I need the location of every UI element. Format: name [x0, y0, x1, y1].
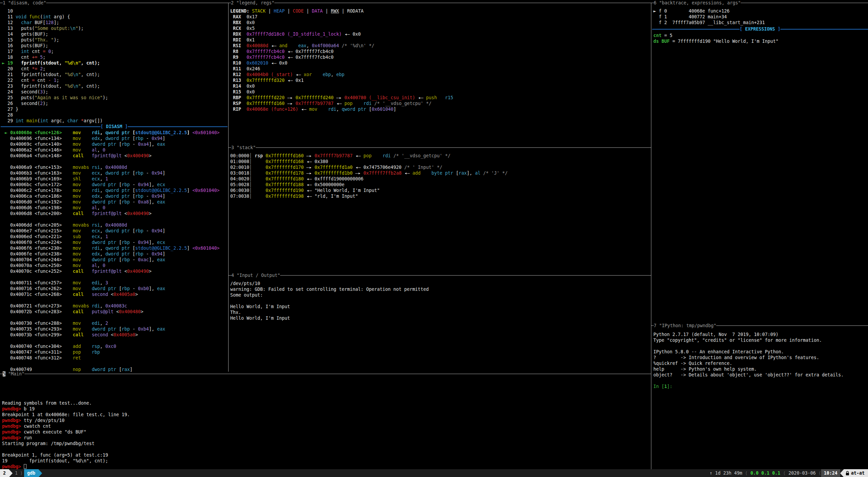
pane-program-io[interactable]: /dev/pts/10warning: GDB: Failed to set c… — [230, 281, 650, 321]
term-line — [2, 446, 649, 452]
term-line: 0x4006b3 <func+163> mov ecx, dword ptr [… — [2, 170, 226, 176]
pane-expressions[interactable]: cnt = 5ds BUF = 7fffffffd190 "Hello Worl… — [653, 33, 867, 44]
term-line: RDI 0x1 — [230, 37, 650, 43]
pane-gdb-main[interactable]: Reading symbols from test...done.pwndbg>… — [2, 400, 649, 470]
term-line: pwndbg> tty /dev/pts/10 — [2, 418, 649, 423]
term-line: 28 — [2, 112, 226, 118]
term-line: f 1 400772 main+34 — [653, 14, 867, 20]
term-line: cnt = 5 — [653, 33, 867, 38]
pane-registers[interactable]: LEGEND: STACK | HEAP | CODE | DATA | RWX… — [230, 8, 650, 112]
term-line: 16 puts(BUF); — [2, 43, 226, 49]
term-line — [653, 378, 867, 384]
term-line: 0x40070a <func+250> mov al, 0 — [2, 263, 226, 268]
term-line: 0x40069c <func+140> mov dword ptr [rbp -… — [2, 141, 226, 147]
term-line: 0x400749 nop dword ptr [rax] — [2, 367, 226, 372]
term-line — [2, 159, 226, 164]
pane-backtrace[interactable]: ► f 0 40068e func+126 f 1 400772 main+34… — [653, 8, 867, 25]
tmux-terminal: { "colors": { "stack_yellow": "#cdcd00",… — [0, 0, 868, 477]
term-line: 05:0028│ 0x7fffffffd188 ◂— 0x50000000e — [230, 182, 650, 188]
term-line: Hello World, I'm Input — [230, 315, 650, 321]
term-line: 0x40072b <func+283> call puts@plt <0x400… — [2, 309, 226, 315]
term-line: 0x400748 <func+312> ret — [2, 355, 226, 361]
session-tab[interactable]: 2 — [0, 469, 9, 477]
term-line: R10 0x602010 ◂— 0x0 — [230, 60, 650, 66]
term-line — [653, 343, 867, 349]
date-label: 2020-03-06 — [786, 469, 818, 477]
term-line: pwndbg> b 19 — [2, 406, 649, 412]
uptime-label: 1d 23h 49m — [715, 471, 742, 476]
pane-name: "Input / Output" — [237, 273, 280, 278]
term-line: ► f 0 40068e func+126 — [653, 8, 867, 14]
term-line: 0x4006d0 <func+192> mov dword ptr [rbp -… — [2, 199, 226, 205]
term-line: 0x400735 <func+293> mov dword ptr [rbp -… — [2, 326, 226, 332]
pane-border-vertical[interactable] — [651, 3, 651, 469]
term-line: Breakpoint 1, func (arg=5) at test.c:19 — [2, 452, 649, 458]
pane-number: 4 — [231, 273, 234, 278]
term-line: pwndbg> cwatch cnt — [2, 423, 649, 429]
term-line: /dev/pts/10 — [230, 281, 650, 286]
term-line: In [1]: — [653, 384, 867, 389]
pane-disassembly[interactable]: ► 0x40068e <func+126> mov rdi, qword ptr… — [2, 130, 226, 372]
term-line: 20 cnt *= 2; — [2, 66, 226, 72]
term-line: 0x4006f0 <func+224> mov dword ptr [rbp -… — [2, 240, 226, 245]
term-line: 21 fprintf(stdout, "%d\n", cnt); — [2, 72, 226, 77]
term-line: 0x40073b <func+299> call second <0x4005a… — [2, 332, 226, 338]
pane-source-code[interactable]: 10 11 void func(int arg) { 12 char BUF[1… — [2, 8, 226, 124]
term-line: 22 cnt = cnt - 1; — [2, 77, 226, 83]
powerline-arrow-icon — [9, 469, 13, 477]
term-line: 0x400730 <func+288> mov edi, 2 — [2, 320, 226, 326]
term-line: 18 cnt += 5; — [2, 54, 226, 60]
term-line: 0x4006b9 <func+169> shl ecx, 1 — [2, 176, 226, 182]
term-line: 14 gets(BUF); — [2, 31, 226, 37]
term-line: 0x4006a2 <func+146> mov al, 0 — [2, 147, 226, 153]
pane-ipython[interactable]: Python 2.7.17 (default, Nov 7 2019, 10:0… — [653, 332, 867, 389]
lock-icon — [846, 471, 849, 476]
term-line: 11 void func(int arg) { — [2, 14, 226, 20]
pane-name: "stack" — [237, 145, 256, 150]
term-line: warning: GDB: Failed to set controlling … — [230, 286, 650, 292]
term-line: ► 19 fprintf(stdout, "%d\n", cnt); — [2, 60, 226, 66]
window-tab-gdb[interactable]: gdb — [24, 469, 38, 477]
term-line: 27 } — [2, 106, 226, 112]
window-index[interactable]: 1 — [13, 469, 20, 477]
pane-name: "backtrace, expressions, args" — [659, 0, 741, 5]
term-line: 0x400721 <func+273> movabs rdi, 0x40083c — [2, 303, 226, 309]
term-line: RBX 0x0 — [230, 20, 650, 25]
term-line: 0x4006e7 <func+215> mov ecx, dword ptr [… — [2, 228, 226, 234]
term-line: 04:0020│ 0x7fffffffd180 ◂— 0xffffd190000… — [230, 176, 650, 182]
term-line: Some output: — [230, 292, 650, 298]
powerline-arrow-icon — [38, 469, 42, 477]
pane-number: 2 — [231, 0, 234, 5]
term-line: Hello World, I'm Input — [230, 304, 650, 310]
pane-number: 6 — [654, 0, 656, 5]
uptime-arrow-icon: ↑ — [710, 471, 712, 476]
term-line: 02:0010│ 0x7fffffffd170 —▸ 0x7fffffffd1a… — [230, 164, 650, 170]
term-line: R12 0x4004b0 (_start) ◂— xor ebp, ebp — [230, 72, 650, 77]
term-line — [2, 315, 226, 320]
term-line: ? -> Introduction and overview of IPytho… — [653, 355, 867, 360]
pane-border-vertical[interactable] — [228, 3, 229, 372]
term-line — [2, 297, 226, 303]
term-line: 0x4006fe <func+238> mov edx, dword ptr [… — [2, 251, 226, 257]
term-line: Type "copyright", "credits" or "license"… — [653, 337, 867, 343]
term-line: 10 — [2, 8, 226, 14]
term-line: 0x40071c <func+268> call second <0x4005a… — [2, 292, 226, 297]
term-line: 0x4006ca <func+186> mov edx, dword ptr [… — [2, 193, 226, 199]
term-line — [2, 338, 226, 343]
term-line: f 2 7ffff7a05b97 __libc_start_main+231 — [653, 20, 867, 25]
terminal-cursor[interactable] — [24, 464, 26, 469]
term-line: 0x400716 <func+262> mov dword ptr [rbp -… — [2, 286, 226, 292]
pane-stack[interactable]: 00:0000│ rsp 0x7fffffffd160 —▸ 0x7ffff7b… — [230, 153, 650, 199]
pane-name: "IPython: tmp/pwndbg" — [659, 323, 716, 328]
expressions-divider-label: EXPRESSIONS — [745, 26, 775, 32]
term-line: 29 int main(int argc, char *argv[]) — [2, 118, 226, 124]
term-line: 26 second(2); — [2, 101, 226, 106]
term-line: Python 2.7.17 (default, Nov 7 2019, 10:0… — [653, 332, 867, 337]
term-line: Starting program: /tmp/pwndbg/test — [2, 441, 649, 446]
term-line: help -> Python's own help system. — [653, 366, 867, 372]
term-line: pwndbg> run — [2, 435, 649, 441]
status-separator-icon: ⟨ — [783, 469, 786, 477]
term-line: object? -> Details about 'object', use '… — [653, 372, 867, 378]
pane-name: "legend, regs" — [236, 0, 274, 5]
term-line: 0x400696 <func+134> mov edx, dword ptr [… — [2, 136, 226, 141]
